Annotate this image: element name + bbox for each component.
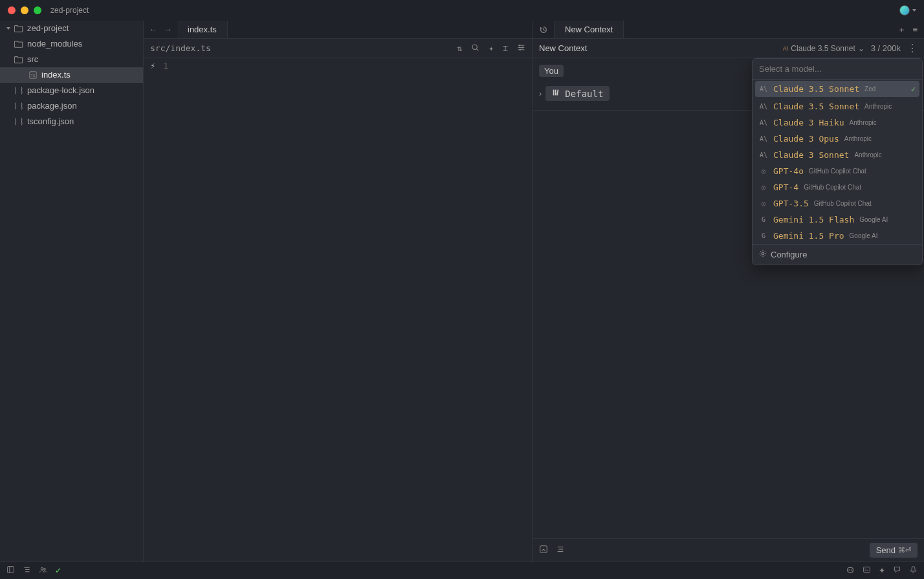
model-option[interactable]: ◎ GPT-3.5 GitHub Copilot Chat [753, 195, 922, 212]
model-name: GPT-4o [773, 166, 804, 176]
model-option[interactable]: A\ Claude 3 Haiku Anthropic [753, 115, 922, 131]
maximize-window-button[interactable] [34, 6, 41, 14]
role-chip-you[interactable]: You [539, 65, 564, 77]
minimize-window-button[interactable] [21, 6, 28, 14]
tree-item-src[interactable]: src [0, 52, 143, 67]
tree-item-package-lock[interactable]: package-lock.json [0, 83, 143, 98]
editor-gutter: ⚡ 1 [144, 58, 175, 562]
breadcrumb-path[interactable]: src/index.ts [150, 43, 211, 53]
model-name: Gemini 1.5 Pro [773, 231, 844, 241]
diff-icon[interactable]: ⇅ [457, 43, 463, 54]
quote-selection-button[interactable] [539, 545, 548, 556]
user-avatar[interactable] [899, 5, 910, 16]
file-tree-sidebar: zed-project node_modules src TS index.ts [0, 21, 144, 562]
terminal-panel-button[interactable] [863, 565, 871, 576]
model-option[interactable]: A\ Claude 3 Sonnet Anthropic [753, 147, 922, 163]
model-name: GPT-3.5 [773, 199, 809, 208]
model-option[interactable]: A\ Claude 3.5 Sonnet Zed ✓ [755, 81, 919, 97]
notifications-button[interactable] [909, 565, 918, 576]
context-menu-button[interactable]: ⋮ [907, 42, 918, 54]
context-tab-label: New Context [565, 25, 613, 34]
assistant-pane: New Context ＋ ≡ New Context A\ Claude 3.… [533, 21, 924, 562]
anthropic-icon: A\ [759, 151, 768, 160]
insert-button[interactable] [556, 545, 565, 556]
cursor-icon[interactable]: ⌶ [503, 43, 508, 54]
model-provider: Anthropic [844, 135, 872, 142]
model-name: Claude 3.5 Sonnet [773, 102, 859, 111]
copilot-icon: ◎ [759, 199, 768, 208]
project-root-label: zed-project [27, 22, 69, 35]
editor-body[interactable]: ⚡ 1 [144, 58, 532, 562]
model-label: Claude 3.5 Sonnet [791, 44, 855, 53]
search-icon[interactable] [471, 43, 479, 54]
model-option[interactable]: A\ Claude 3.5 Sonnet Anthropic [753, 98, 922, 115]
configure-button[interactable]: Configure [753, 244, 922, 265]
context-title[interactable]: New Context [539, 43, 587, 53]
close-window-button[interactable] [8, 6, 16, 14]
titlebar: zed-project [0, 0, 924, 21]
model-option[interactable]: ◎ GPT-4 GitHub Copilot Chat [753, 179, 922, 195]
statusbar: ✓ ✦ [0, 562, 924, 579]
model-option[interactable]: G Gemini 1.5 Flash Google AI [753, 212, 922, 228]
model-provider: Zed [864, 85, 875, 93]
copilot-status-icon[interactable] [846, 565, 855, 576]
code-action-icon[interactable]: ⚡ [150, 61, 155, 71]
send-button[interactable]: Send ⌘⏎ [870, 543, 918, 558]
tree-item-node-modules[interactable]: node_modules [0, 36, 143, 52]
svg-text:TS: TS [31, 74, 36, 78]
svg-point-26 [848, 569, 850, 571]
diagnostics-ok-icon[interactable]: ✓ [55, 566, 61, 575]
tree-item-index-ts[interactable]: TS index.ts [0, 67, 143, 83]
svg-rect-10 [553, 90, 555, 96]
token-count: 3 / 200k [871, 43, 901, 53]
json-file-icon [14, 86, 23, 95]
nav-forward-button[interactable]: → [164, 25, 172, 34]
project-root[interactable]: zed-project [0, 21, 143, 36]
tree-item-tsconfig[interactable]: tsconfig.json [0, 114, 143, 129]
chevron-right-icon[interactable]: › [539, 89, 542, 98]
svg-rect-11 [555, 90, 556, 96]
copilot-icon: ◎ [759, 167, 768, 176]
new-context-button[interactable]: ＋ [897, 24, 906, 36]
assistant-status-icon[interactable]: ✦ [879, 566, 885, 575]
folder-icon [14, 39, 23, 49]
model-option[interactable]: G Gemini 1.5 Pro Google AI [753, 228, 922, 244]
chat-panel-button[interactable] [893, 565, 901, 576]
model-provider: Anthropic [864, 103, 892, 110]
svg-rect-12 [556, 90, 558, 96]
json-file-icon [14, 117, 23, 126]
tree-item-package-json[interactable]: package.json [0, 98, 143, 114]
panel-menu-button[interactable]: ≡ [912, 25, 918, 34]
assistant-icon[interactable]: ✦ [489, 43, 494, 54]
code-area[interactable] [175, 58, 532, 562]
outline-panel-button[interactable] [23, 565, 31, 576]
model-provider: Anthropic [850, 119, 877, 126]
model-option[interactable]: ◎ GPT-4o GitHub Copilot Chat [753, 163, 922, 179]
default-prompt-chip[interactable]: Default [545, 86, 610, 101]
anthropic-icon: A\ [783, 45, 789, 52]
user-menu-chevron-icon[interactable] [912, 9, 916, 12]
model-list: A\ Claude 3.5 Sonnet Zed ✓ A\ Claude 3.5… [753, 80, 922, 244]
configure-label: Configure [771, 250, 807, 259]
json-file-icon [14, 102, 23, 111]
nav-back-button[interactable]: ← [149, 25, 157, 34]
model-option[interactable]: A\ Claude 3 Opus Anthropic [753, 131, 922, 147]
editor-tab-active[interactable]: index.ts [177, 21, 228, 38]
tree-item-label: package.json [27, 100, 77, 113]
model-selector-button[interactable]: A\ Claude 3.5 Sonnet ⌄ [783, 44, 864, 53]
history-button[interactable] [533, 21, 555, 38]
svg-rect-18 [8, 567, 14, 573]
project-panel-button[interactable] [6, 565, 15, 576]
model-provider: Google AI [859, 216, 888, 223]
model-search-input[interactable] [753, 59, 922, 80]
context-body: You › Default A\ Claude 3.5 Sonne [533, 58, 924, 538]
collab-panel-button[interactable] [39, 565, 47, 576]
settings-icon[interactable] [517, 43, 525, 54]
context-tab[interactable]: New Context [555, 21, 624, 38]
model-provider: GitHub Copilot Chat [809, 168, 866, 175]
model-name: Claude 3 Sonnet [773, 150, 849, 160]
check-icon: ✓ [911, 85, 916, 94]
tree-item-label: tsconfig.json [27, 115, 74, 128]
window-title: zed-project [50, 6, 89, 15]
context-header: New Context A\ Claude 3.5 Sonnet ⌄ 3 / 2… [533, 39, 924, 58]
